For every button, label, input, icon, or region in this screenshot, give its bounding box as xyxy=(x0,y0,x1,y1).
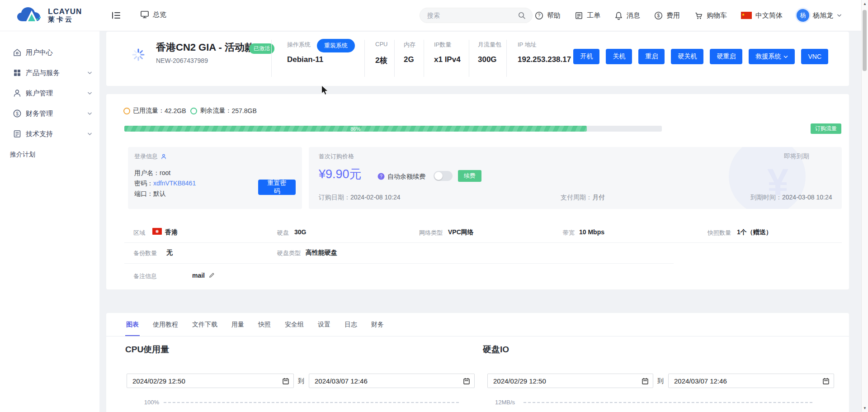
disk-date-to[interactable] xyxy=(668,374,834,388)
region-value: 香港 xyxy=(165,228,178,237)
cpu-date-to[interactable] xyxy=(309,374,475,388)
nav-overview[interactable]: 总览 xyxy=(140,10,166,19)
auto-renew-toggle[interactable] xyxy=(434,171,453,181)
tab-tutorial[interactable]: 使用教程 xyxy=(152,313,179,336)
sidebar-item-finance[interactable]: $ 财务管理 xyxy=(0,104,99,123)
power-off-button[interactable]: 关机 xyxy=(606,49,632,64)
nav-message-label: 消息 xyxy=(627,11,640,20)
user-icon xyxy=(13,89,22,98)
nav-ticket[interactable]: 工单 xyxy=(575,11,600,20)
edit-pencil-icon[interactable] xyxy=(209,272,215,278)
hard-off-button[interactable]: 硬关机 xyxy=(671,49,703,64)
username-value: root xyxy=(160,169,170,176)
date-range-to-label: 到 xyxy=(298,377,304,385)
expire-date-value: 2024-03-08 10:24 xyxy=(782,194,832,201)
divider xyxy=(394,40,395,77)
search-box[interactable] xyxy=(420,8,533,23)
disk-ymax-label: 12MB/s xyxy=(495,399,515,406)
traffic-percent: 86% xyxy=(350,126,360,132)
note-label: 备注信息 xyxy=(133,272,157,280)
bell-icon xyxy=(614,11,623,20)
search-input[interactable] xyxy=(426,11,518,19)
user-menu[interactable]: 杨 杨旭龙 xyxy=(797,9,842,22)
tab-snapshot[interactable]: 快照 xyxy=(257,313,272,336)
sidebar-item-account[interactable]: 账户管理 xyxy=(0,83,99,103)
date-range-to-label: 到 xyxy=(657,377,664,385)
login-info-title: 登录信息 xyxy=(134,152,158,161)
calendar-icon[interactable] xyxy=(823,378,829,384)
user-icon xyxy=(160,153,167,160)
snapshot-count-label: 快照数量 xyxy=(708,229,731,237)
cpu-date-to-input[interactable] xyxy=(309,377,463,385)
tab-downloads[interactable]: 文件下载 xyxy=(191,313,218,336)
tab-logs[interactable]: 日志 xyxy=(344,313,358,336)
power-on-button[interactable]: 开机 xyxy=(573,49,599,64)
cpu-chart-title: CPU使用量 xyxy=(125,344,169,355)
svg-text:★: ★ xyxy=(741,13,745,17)
renew-button[interactable]: 续费 xyxy=(458,170,481,182)
nav-fee[interactable]: $ 费用 xyxy=(654,11,680,20)
backup-count-value: 无 xyxy=(166,249,173,257)
home-icon xyxy=(13,48,22,57)
svg-text:$: $ xyxy=(657,13,660,18)
vertical-scrollbar[interactable]: ▲ ▼ xyxy=(861,0,868,412)
tab-settings[interactable]: 设置 xyxy=(317,313,331,336)
network-type-value: VPC网络 xyxy=(448,228,474,237)
rescue-system-button[interactable]: 救援系统 xyxy=(749,49,795,64)
nav-help[interactable]: ? 帮助 xyxy=(535,11,561,20)
sidebar-item-products[interactable]: 产品与服务 xyxy=(0,63,99,83)
hard-reboot-button[interactable]: 硬重启 xyxy=(710,49,742,64)
chevron-down-icon xyxy=(87,91,92,95)
toggle-knob xyxy=(434,172,443,180)
cloud-logo-icon xyxy=(16,6,44,25)
stat-value: 300G xyxy=(478,55,497,64)
menu-fold-icon xyxy=(111,11,121,20)
scrollbar-thumb[interactable] xyxy=(863,10,867,71)
sidebar-collapse-button[interactable] xyxy=(111,11,121,22)
order-traffic-button[interactable]: 订购流量 xyxy=(811,123,841,134)
bandwidth-label: 带宽 xyxy=(563,229,575,237)
question-circle-icon[interactable]: ? xyxy=(377,173,385,180)
tab-billing[interactable]: 财务 xyxy=(370,313,385,336)
brand-logo[interactable]: LCAYUN 莱卡云 xyxy=(16,6,82,25)
bandwidth-value: 10 Mbps xyxy=(579,228,604,236)
calendar-icon[interactable] xyxy=(463,378,470,384)
calendar-icon[interactable] xyxy=(642,378,648,384)
nav-cart[interactable]: 购物车 xyxy=(694,11,727,20)
sidebar-item-promo[interactable]: 推介计划 xyxy=(10,151,35,159)
cpu-date-from[interactable] xyxy=(127,374,294,388)
reset-password-button[interactable]: 重置密码 xyxy=(258,180,296,195)
cart-icon xyxy=(694,11,703,20)
avatar[interactable]: 杨 xyxy=(797,9,809,22)
grid-icon xyxy=(13,68,22,77)
tab-usage[interactable]: 用量 xyxy=(231,313,245,336)
language-switcher[interactable]: ★ 中文简体 xyxy=(741,11,783,20)
disk-date-to-input[interactable] xyxy=(669,377,823,385)
tab-charts[interactable]: 图表 xyxy=(125,313,140,336)
password-value-link[interactable]: xdfnVTKB8461 xyxy=(153,180,196,187)
calendar-icon[interactable] xyxy=(283,378,289,384)
reboot-button[interactable]: 重启 xyxy=(638,49,665,64)
sidebar-item-label: 产品与服务 xyxy=(26,69,60,77)
reinstall-os-button[interactable]: 重装系统 xyxy=(317,39,355,52)
divider xyxy=(124,242,842,243)
divider xyxy=(124,263,674,264)
cpu-date-from-input[interactable] xyxy=(127,377,283,385)
stat-label: CPU xyxy=(375,41,387,47)
search-icon[interactable] xyxy=(518,11,526,19)
tab-security-group[interactable]: 安全组 xyxy=(284,313,305,336)
chevron-down-icon xyxy=(837,14,842,17)
disk-date-from-input[interactable] xyxy=(488,377,642,385)
disk-value: 30G xyxy=(294,228,306,236)
os-label: 操作系统 xyxy=(287,41,311,49)
nav-message[interactable]: 消息 xyxy=(614,11,640,20)
stat-label: IP数量 xyxy=(434,41,451,49)
sidebar-item-user-center[interactable]: 用户中心 xyxy=(0,43,99,62)
disk-date-from[interactable] xyxy=(487,374,653,388)
sidebar-item-support[interactable]: 技术支持 xyxy=(0,124,99,144)
vnc-button[interactable]: VNC xyxy=(801,49,828,64)
scroll-up-arrow[interactable]: ▲ xyxy=(862,2,868,6)
billing-panel: ¥ 首次订购价格 即将到期 ¥9.90元 ? 自动余额续费 续费 订购日期：20… xyxy=(309,147,842,209)
loading-spinner-icon xyxy=(132,48,145,61)
scroll-down-arrow[interactable]: ▼ xyxy=(862,406,868,410)
